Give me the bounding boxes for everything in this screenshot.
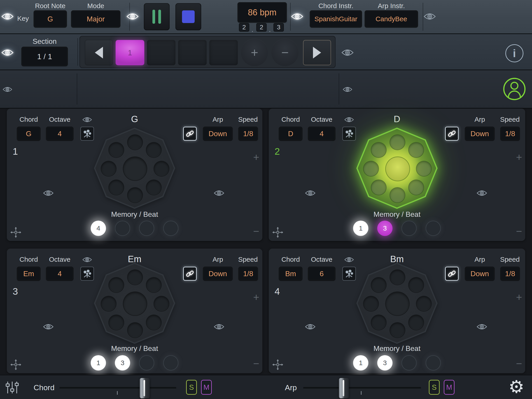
speed-value-box[interactable]: 1/8 [238, 127, 258, 141]
note-button[interactable] [408, 179, 424, 195]
memory-slot-4[interactable] [163, 355, 179, 371]
time-sig-box-3[interactable]: 3 [273, 23, 284, 32]
chord-center-button[interactable] [385, 157, 410, 181]
pad-right-eye-icon[interactable] [476, 190, 487, 198]
note-button[interactable] [371, 277, 386, 293]
section-prev-button[interactable] [85, 40, 113, 65]
memory-slot-2[interactable] [115, 221, 130, 236]
note-button[interactable] [390, 134, 405, 150]
chord-volume-slider[interactable] [59, 387, 176, 389]
speed-value-box[interactable]: 1/8 [238, 267, 258, 281]
pad-left-eye-icon[interactable] [305, 323, 316, 331]
note-button[interactable] [390, 322, 405, 338]
memory-slot-3[interactable] [401, 355, 417, 371]
note-button[interactable] [146, 315, 162, 330]
chord-center-button[interactable] [123, 291, 147, 316]
octave-value-box[interactable]: 4 [46, 267, 73, 281]
note-button[interactable] [390, 187, 405, 203]
note-button[interactable] [371, 315, 386, 330]
octave-value-box[interactable]: 4 [46, 127, 73, 141]
chord-value-box[interactable]: Em [17, 267, 40, 281]
note-button[interactable] [371, 179, 386, 195]
pad-plus-icon[interactable]: + [516, 291, 522, 303]
note-button[interactable] [127, 322, 143, 338]
add-section-button[interactable]: + [241, 39, 268, 66]
pad-plus-icon[interactable]: + [253, 291, 259, 303]
note-button[interactable] [146, 142, 162, 158]
memory-slot-1[interactable]: 1 [353, 355, 368, 371]
memory-slot-2[interactable]: 3 [115, 355, 130, 371]
note-button[interactable] [146, 277, 162, 293]
chord-value-box[interactable]: G [17, 127, 40, 141]
note-button[interactable] [127, 269, 143, 285]
octave-value-box[interactable]: 6 [308, 267, 335, 281]
section-row-eye-icon[interactable] [341, 49, 354, 57]
chord-value-box[interactable]: D [279, 127, 302, 141]
arp-solo-button[interactable]: S [429, 380, 440, 395]
chord-center-button[interactable] [123, 157, 147, 181]
pad-minus-icon[interactable]: − [516, 225, 522, 237]
memory-slot-1[interactable]: 1 [91, 355, 106, 371]
arp-link-button[interactable] [445, 267, 459, 281]
note-button[interactable] [408, 315, 424, 330]
memory-slot-3[interactable] [401, 221, 417, 236]
note-button[interactable] [108, 142, 124, 158]
transport-eye-icon[interactable] [126, 13, 139, 21]
chord-volume-handle[interactable] [140, 378, 150, 398]
arp-mode-box[interactable]: Down [203, 127, 233, 141]
note-spread-button[interactable] [342, 267, 356, 281]
memory-slot-1[interactable]: 1 [353, 221, 368, 236]
info-button[interactable]: i [505, 44, 523, 62]
octave-value-box[interactable]: 4 [308, 127, 335, 141]
arp-volume-slider[interactable] [303, 387, 421, 389]
note-button[interactable] [390, 269, 405, 285]
memory-slot-2[interactable]: 3 [377, 355, 393, 371]
note-button[interactable] [408, 277, 424, 293]
chord-octagon-pad[interactable] [356, 127, 438, 209]
memory-slot-1[interactable]: 4 [91, 221, 106, 236]
time-sig-box-1[interactable]: 2 [239, 23, 249, 32]
note-button[interactable] [408, 142, 424, 158]
arp-link-button[interactable] [445, 127, 459, 141]
pad-plus-icon[interactable]: + [516, 151, 522, 163]
note-button[interactable] [127, 134, 143, 150]
chord-instr-box[interactable]: SpanishGuitar [310, 10, 362, 28]
speed-value-box[interactable]: 1/8 [500, 127, 520, 141]
section-next-button[interactable] [303, 40, 331, 65]
time-sig-box-2[interactable]: 2 [256, 23, 267, 32]
arp-mute-button[interactable]: M [444, 380, 455, 395]
chord-octagon-pad[interactable] [94, 127, 175, 209]
stop-button[interactable] [176, 3, 201, 30]
chord-value-box[interactable]: Bm [279, 267, 302, 281]
memory-slot-2[interactable]: 3 [377, 221, 393, 236]
note-button[interactable] [108, 179, 124, 195]
note-spread-button[interactable] [342, 127, 356, 141]
chord-octagon-pad[interactable] [356, 263, 438, 344]
arp-link-button[interactable] [183, 267, 197, 281]
pad-right-eye-icon[interactable] [214, 323, 224, 331]
arp-mode-box[interactable]: Down [465, 127, 494, 141]
move-handle[interactable] [10, 227, 22, 239]
speed-value-box[interactable]: 1/8 [500, 267, 520, 281]
note-button[interactable] [108, 277, 124, 293]
chord-solo-button[interactable]: S [186, 380, 197, 395]
memory-slot-3[interactable] [139, 221, 154, 236]
section-tile-3[interactable] [178, 40, 207, 65]
chord-mute-button[interactable]: M [201, 380, 212, 395]
section-tile-4[interactable] [209, 40, 238, 65]
note-button[interactable] [153, 161, 169, 177]
pad-left-eye-icon[interactable] [43, 323, 54, 331]
pad-right-eye-icon[interactable] [476, 323, 487, 331]
note-button[interactable] [153, 296, 169, 312]
arp-mode-box[interactable]: Down [465, 267, 494, 281]
note-button[interactable] [416, 296, 432, 312]
note-button[interactable] [363, 296, 379, 312]
pad-left-eye-icon[interactable] [305, 190, 316, 198]
pad-minus-icon[interactable]: − [516, 357, 522, 370]
note-button[interactable] [363, 161, 379, 177]
memory-slot-4[interactable] [426, 355, 441, 371]
pad-right-eye-icon[interactable] [214, 190, 224, 198]
move-handle[interactable] [10, 359, 22, 371]
user-profile-button[interactable] [502, 76, 527, 102]
remove-section-button[interactable]: − [272, 39, 298, 66]
